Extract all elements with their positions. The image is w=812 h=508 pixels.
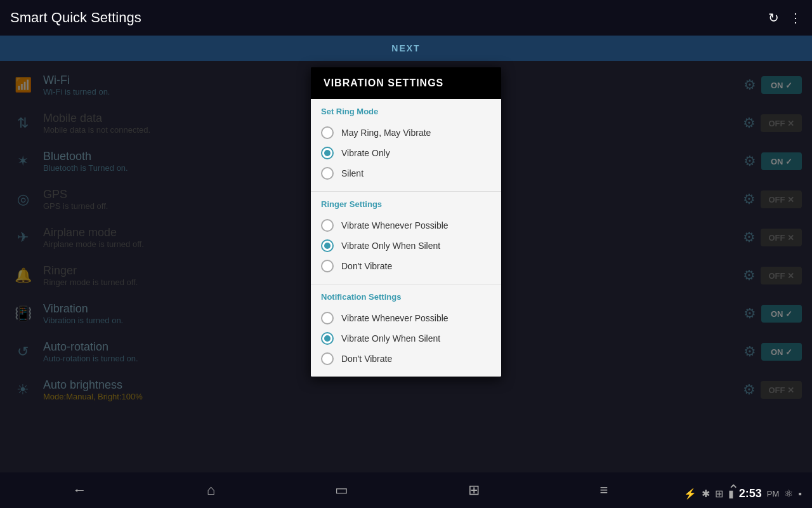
radio-circle-silent <box>321 167 334 180</box>
radio-label-vibrate-only: Vibrate Only <box>341 148 390 158</box>
recents-button[interactable]: ▭ <box>335 482 348 498</box>
radio-label-ringer-vwp: Vibrate Whenever Possible <box>341 220 449 231</box>
radio-label-may-ring: May Ring, May Vibrate <box>341 128 431 138</box>
radio-circle-ringer-vwp <box>321 219 334 232</box>
signal-icon: ▪ <box>798 488 802 500</box>
widget-icon: ✱ <box>702 488 710 500</box>
vibration-dialog: VIBRATION SETTINGS Set Ring Mode May Rin… <box>311 67 501 377</box>
radio-may-ring[interactable]: May Ring, May Vibrate <box>321 123 491 143</box>
radio-circle-vibrate-only <box>321 147 334 159</box>
radio-notif-dv[interactable]: Don't Vibrate <box>321 349 491 369</box>
ringer-settings-title: Ringer Settings <box>321 199 491 209</box>
radio-label-silent: Silent <box>341 168 363 178</box>
back-button[interactable]: ← <box>73 482 87 498</box>
radio-ringer-dv[interactable]: Don't Vibrate <box>321 256 491 276</box>
radio-notif-vwp[interactable]: Vibrate Whenever Possible <box>321 308 491 328</box>
radio-silent[interactable]: Silent <box>321 163 491 184</box>
radio-label-notif-vows: Vibrate Only When Silent <box>341 333 440 344</box>
app-title: Smart Quick Settings <box>10 10 141 26</box>
menu-button[interactable]: ≡ <box>599 482 608 498</box>
overflow-menu-icon[interactable]: ⋮ <box>789 10 802 25</box>
dialog-body: Set Ring Mode May Ring, May Vibrate Vibr… <box>311 99 501 377</box>
bluetooth-status-icon: ⚛ <box>784 488 793 500</box>
clock: 2:53 <box>739 487 762 500</box>
main-content: 📶Wi-FiWi-Fi is turned on.⚙ON ✓⇅Mobile da… <box>0 61 812 472</box>
next-label: NEXT <box>391 43 420 53</box>
radio-label-ringer-dv: Don't Vibrate <box>341 261 392 271</box>
dialog-title-bar: VIBRATION SETTINGS <box>311 67 501 99</box>
set-ring-mode-title: Set Ring Mode <box>321 107 491 116</box>
home-button[interactable]: ⌂ <box>207 482 215 498</box>
radio-circle-may-ring <box>321 126 334 139</box>
top-bar-icons: ↻ ⋮ <box>768 10 802 25</box>
radio-circle-notif-vows <box>321 332 334 345</box>
radio-label-notif-vwp: Vibrate Whenever Possible <box>341 313 449 323</box>
qr-button[interactable]: ⊞ <box>468 482 480 498</box>
radio-circle-notif-dv <box>321 352 334 365</box>
usb-icon: ⚡ <box>684 488 697 500</box>
radio-label-ringer-vows: Vibrate Only When Silent <box>341 241 440 251</box>
notification-settings-section: Notification Settings Vibrate Whenever P… <box>311 284 501 377</box>
top-bar: Smart Quick Settings ↻ ⋮ <box>0 0 812 36</box>
status-bar: ⚡ ✱ ⊞ ▮ 2:53 PM ⚛ ▪ <box>684 487 802 500</box>
battery-icon: ▮ <box>728 488 734 500</box>
radio-circle-notif-vwp <box>321 312 334 324</box>
radio-circle-ringer-dv <box>321 260 334 272</box>
radio-label-notif-dv: Don't Vibrate <box>341 354 392 364</box>
dialog-title: VIBRATION SETTINGS <box>324 77 443 88</box>
radio-circle-ringer-vows <box>321 239 334 252</box>
refresh-icon[interactable]: ↻ <box>768 10 779 25</box>
radio-ringer-vwp[interactable]: Vibrate Whenever Possible <box>321 215 491 236</box>
bottom-bar: ← ⌂ ▭ ⊞ ≡ ⌃ ⚡ ✱ ⊞ ▮ 2:53 PM ⚛ ▪ <box>0 472 812 508</box>
notification-settings-title: Notification Settings <box>321 292 491 302</box>
radio-ringer-vows[interactable]: Vibrate Only When Silent <box>321 236 491 256</box>
grid-icon: ⊞ <box>715 488 723 500</box>
dialog-overlay: VIBRATION SETTINGS Set Ring Mode May Rin… <box>0 61 812 472</box>
set-ring-mode-section: Set Ring Mode May Ring, May Vibrate Vibr… <box>311 99 501 192</box>
radio-vibrate-only[interactable]: Vibrate Only <box>321 143 491 163</box>
radio-notif-vows[interactable]: Vibrate Only When Silent <box>321 328 491 349</box>
clock-ampm: PM <box>767 489 780 498</box>
sub-bar[interactable]: NEXT <box>0 36 812 61</box>
ringer-settings-section: Ringer Settings Vibrate Whenever Possibl… <box>311 192 501 284</box>
